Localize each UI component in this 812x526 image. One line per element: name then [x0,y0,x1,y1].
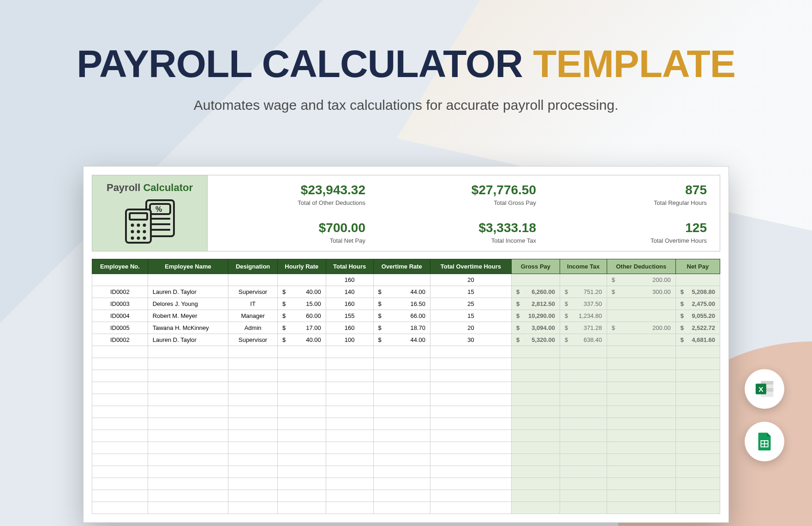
table-cell[interactable] [148,454,228,466]
table-cell[interactable] [607,478,675,490]
table-cell[interactable] [277,346,326,358]
table-cell[interactable] [675,358,720,370]
table-cell[interactable]: 100 [326,334,373,346]
table-cell[interactable]: $40.00 [277,334,326,346]
table-cell[interactable]: Manager [228,310,278,322]
table-cell[interactable] [228,418,278,430]
table-cell[interactable]: ID0003 [92,298,148,310]
table-cell[interactable]: Delores J. Young [148,298,228,310]
table-cell[interactable] [148,406,228,418]
table-cell[interactable]: Admin [228,322,278,334]
table-cell[interactable] [511,490,560,502]
table-cell[interactable]: $5,208.80 [675,286,720,298]
table-cell[interactable] [326,502,373,514]
table-cell[interactable] [511,382,560,394]
table-cell[interactable] [373,454,430,466]
table-cell[interactable] [228,430,278,442]
table-cell[interactable] [228,406,278,418]
table-cell[interactable] [373,346,430,358]
table-cell[interactable] [373,370,430,382]
table-cell[interactable]: 20 [430,274,511,286]
table-cell[interactable]: $40.00 [277,286,326,298]
table-cell[interactable] [92,346,148,358]
table-cell[interactable] [277,442,326,454]
table-cell[interactable]: $17.00 [277,322,326,334]
table-cell[interactable] [560,442,607,454]
table-cell[interactable]: $2,812.50 [511,298,560,310]
table-cell[interactable] [430,346,511,358]
table-cell[interactable] [607,418,675,430]
table-cell[interactable] [560,274,607,286]
table-cell[interactable] [675,478,720,490]
table-cell[interactable] [228,478,278,490]
table-cell[interactable] [373,502,430,514]
table-cell[interactable] [277,490,326,502]
table-cell[interactable] [228,358,278,370]
table-cell[interactable]: $9,055.20 [675,310,720,322]
table-cell[interactable]: $751.20 [560,286,607,298]
excel-icon[interactable]: X [745,369,784,409]
table-cell[interactable] [92,418,148,430]
table-cell[interactable]: Supervisor [228,286,278,298]
table-cell[interactable] [326,418,373,430]
table-cell[interactable] [92,358,148,370]
table-cell[interactable] [607,430,675,442]
table-cell[interactable] [228,442,278,454]
table-cell[interactable] [430,502,511,514]
table-cell[interactable] [228,382,278,394]
table-cell[interactable] [277,454,326,466]
table-cell[interactable] [430,358,511,370]
table-cell[interactable] [560,406,607,418]
table-cell[interactable] [148,418,228,430]
table-cell[interactable] [148,466,228,478]
table-cell[interactable] [228,394,278,406]
table-cell[interactable] [228,346,278,358]
table-cell[interactable] [277,358,326,370]
table-cell[interactable] [148,442,228,454]
table-cell[interactable] [92,466,148,478]
table-cell[interactable] [560,502,607,514]
table-cell[interactable] [430,478,511,490]
table-cell[interactable] [607,382,675,394]
table-cell[interactable] [607,358,675,370]
table-cell[interactable]: 160 [326,298,373,310]
table-cell[interactable] [148,370,228,382]
table-cell[interactable] [148,478,228,490]
table-cell[interactable]: $66.00 [373,310,430,322]
table-cell[interactable] [675,370,720,382]
table-cell[interactable]: 140 [326,286,373,298]
table-cell[interactable] [228,466,278,478]
table-cell[interactable] [560,358,607,370]
table-cell[interactable] [675,490,720,502]
table-cell[interactable] [607,406,675,418]
table-cell[interactable]: ID0002 [92,286,148,298]
table-cell[interactable] [277,394,326,406]
table-cell[interactable] [675,406,720,418]
table-cell[interactable]: ID0002 [92,334,148,346]
table-cell[interactable] [373,466,430,478]
table-cell[interactable] [607,298,675,310]
table-cell[interactable] [607,466,675,478]
table-cell[interactable]: $18.70 [373,322,430,334]
table-cell[interactable] [511,466,560,478]
table-cell[interactable] [228,274,278,286]
table-cell[interactable] [675,394,720,406]
table-cell[interactable] [373,382,430,394]
table-cell[interactable]: ID0004 [92,310,148,322]
table-cell[interactable] [148,382,228,394]
table-cell[interactable] [675,346,720,358]
table-cell[interactable] [511,478,560,490]
table-cell[interactable] [326,370,373,382]
table-cell[interactable]: $6,260.00 [511,286,560,298]
table-cell[interactable]: 25 [430,298,511,310]
table-cell[interactable] [92,274,148,286]
table-cell[interactable] [228,502,278,514]
table-cell[interactable]: Lauren D. Taylor [148,334,228,346]
table-cell[interactable] [326,406,373,418]
table-cell[interactable] [92,394,148,406]
table-cell[interactable] [277,370,326,382]
table-cell[interactable] [430,442,511,454]
table-cell[interactable] [511,358,560,370]
table-cell[interactable] [607,490,675,502]
table-cell[interactable] [430,394,511,406]
